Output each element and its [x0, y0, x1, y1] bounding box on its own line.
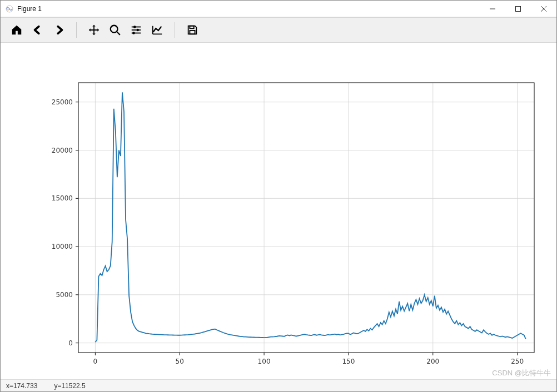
svg-text:200: 200	[426, 358, 439, 365]
save-button[interactable]	[182, 19, 203, 41]
window-title: Figure 1	[17, 5, 480, 13]
close-button[interactable]	[531, 1, 556, 17]
configure-subplots-button[interactable]	[126, 19, 147, 41]
svg-text:50: 50	[176, 358, 184, 365]
svg-rect-27	[78, 83, 534, 353]
svg-line-6	[117, 32, 120, 35]
svg-text:20000: 20000	[52, 147, 73, 154]
titlebar: Figure 1	[1, 1, 556, 17]
svg-text:0: 0	[93, 358, 98, 365]
pan-button[interactable]	[83, 19, 105, 41]
status-x: x=174.733	[6, 382, 37, 390]
svg-text:25000: 25000	[52, 98, 73, 106]
svg-text:100: 100	[258, 358, 271, 365]
toolbar-separator	[175, 22, 175, 38]
minimize-button[interactable]	[480, 1, 505, 17]
svg-rect-14	[190, 31, 195, 34]
svg-point-10	[136, 29, 139, 32]
toolbar	[1, 17, 556, 43]
svg-point-12	[132, 32, 135, 34]
svg-text:5000: 5000	[56, 291, 73, 299]
forward-button[interactable]	[48, 19, 69, 41]
zoom-button[interactable]	[105, 19, 126, 41]
svg-text:250: 250	[511, 358, 524, 365]
svg-point-8	[133, 26, 136, 28]
maximize-button[interactable]	[505, 1, 531, 17]
window-controls	[480, 1, 556, 17]
axes-edit-button[interactable]	[147, 19, 168, 41]
svg-rect-2	[516, 6, 521, 11]
svg-text:0: 0	[68, 339, 73, 347]
svg-text:150: 150	[342, 358, 355, 365]
home-button[interactable]	[6, 19, 27, 41]
svg-text:15000: 15000	[52, 194, 73, 202]
back-button[interactable]	[27, 19, 48, 41]
chart-canvas[interactable]: 0501001502002500500010000150002000025000	[1, 43, 556, 379]
plot-area[interactable]: 0501001502002500500010000150002000025000…	[1, 43, 556, 379]
status-y: y=11522.5	[54, 382, 85, 390]
toolbar-separator	[76, 22, 77, 38]
app-icon	[5, 4, 14, 13]
svg-text:10000: 10000	[52, 243, 73, 250]
statusbar: x=174.733 y=11522.5	[1, 379, 556, 391]
svg-rect-13	[190, 26, 193, 29]
